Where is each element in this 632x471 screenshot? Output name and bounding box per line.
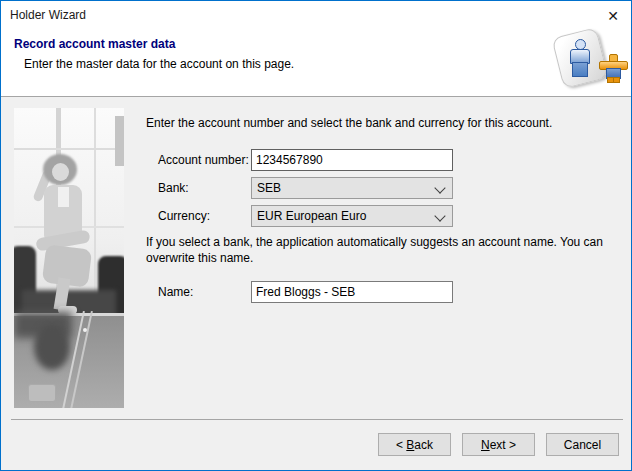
holder-wizard-icon <box>549 27 629 93</box>
cancel-button[interactable]: Cancel <box>546 433 619 456</box>
currency-select[interactable]: EUR European Euro <box>251 205 453 227</box>
bank-note-line2: overwrite this name. <box>146 250 603 266</box>
currency-label: Currency: <box>158 209 210 223</box>
next-button[interactable]: Next > <box>462 433 535 456</box>
window-title: Holder Wizard <box>10 8 86 22</box>
chevron-down-icon <box>434 210 445 221</box>
bank-label: Bank: <box>158 181 189 195</box>
bank-note-text: If you select a bank, the application au… <box>146 234 603 266</box>
footer-divider <box>11 419 623 420</box>
chevron-down-icon <box>434 182 445 193</box>
bank-select[interactable]: SEB <box>251 177 453 199</box>
page-subtitle: Enter the master data for the account on… <box>24 57 294 71</box>
bank-note-line1: If you select a bank, the application au… <box>146 234 603 250</box>
name-label: Name: <box>158 285 193 299</box>
close-icon[interactable]: ✕ <box>600 4 626 28</box>
name-input[interactable] <box>251 281 453 303</box>
currency-selected-value: EUR European Euro <box>257 209 366 223</box>
page-title: Record account master data <box>14 37 175 51</box>
wizard-photo <box>14 108 124 408</box>
back-button[interactable]: < Back <box>378 433 451 456</box>
bank-selected-value: SEB <box>257 181 281 195</box>
back-button-label: < <box>396 438 406 452</box>
account-number-label: Account number: <box>158 153 249 167</box>
cancel-button-label: Cancel <box>564 438 601 452</box>
holder-wizard-dialog: Holder Wizard ✕ Record account master da… <box>0 0 632 471</box>
wizard-header: Holder Wizard ✕ Record account master da… <box>1 1 631 97</box>
account-number-input[interactable] <box>251 149 453 171</box>
form-instruction: Enter the account number and select the … <box>146 116 616 130</box>
